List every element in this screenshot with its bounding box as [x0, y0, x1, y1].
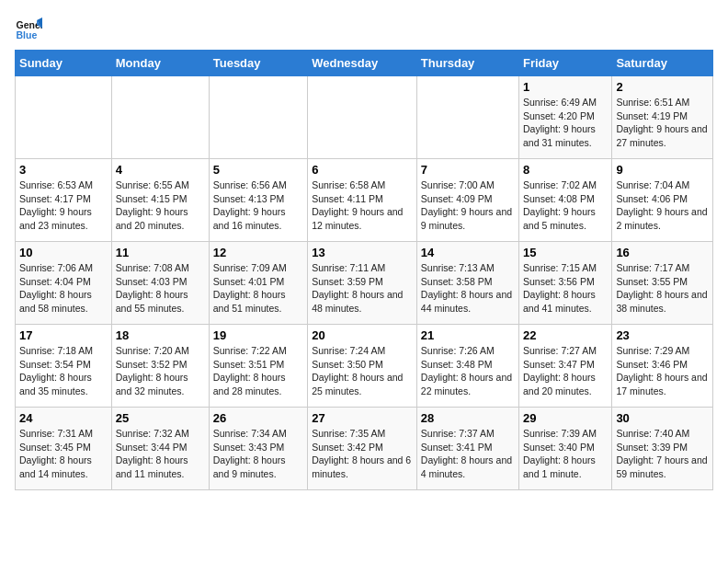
- calendar-cell: 30Sunrise: 7:40 AM Sunset: 3:39 PM Dayli…: [612, 408, 713, 490]
- calendar-cell: 17Sunrise: 7:18 AM Sunset: 3:54 PM Dayli…: [16, 325, 112, 408]
- calendar-week-row: 1Sunrise: 6:49 AM Sunset: 4:20 PM Daylig…: [16, 76, 713, 159]
- day-number: 18: [116, 328, 205, 342]
- calendar-cell: 15Sunrise: 7:15 AM Sunset: 3:56 PM Dayli…: [519, 242, 612, 325]
- calendar-cell: 1Sunrise: 6:49 AM Sunset: 4:20 PM Daylig…: [519, 76, 612, 159]
- calendar-cell: 5Sunrise: 6:56 AM Sunset: 4:13 PM Daylig…: [209, 159, 307, 242]
- day-of-week-header: Monday: [111, 51, 209, 76]
- calendar-week-row: 24Sunrise: 7:31 AM Sunset: 3:45 PM Dayli…: [16, 408, 713, 490]
- calendar-cell: 10Sunrise: 7:06 AM Sunset: 4:04 PM Dayli…: [16, 242, 112, 325]
- calendar-cell: 3Sunrise: 6:53 AM Sunset: 4:17 PM Daylig…: [16, 159, 112, 242]
- day-number: 9: [616, 163, 709, 177]
- day-number: 3: [19, 163, 108, 177]
- calendar-week-row: 3Sunrise: 6:53 AM Sunset: 4:17 PM Daylig…: [16, 159, 713, 242]
- day-info: Sunrise: 7:22 AM Sunset: 3:51 PM Dayligh…: [213, 344, 303, 398]
- day-info: Sunrise: 7:27 AM Sunset: 3:47 PM Dayligh…: [523, 344, 608, 398]
- day-info: Sunrise: 7:26 AM Sunset: 3:48 PM Dayligh…: [421, 344, 515, 398]
- day-number: 6: [312, 163, 413, 177]
- day-number: 14: [421, 246, 515, 259]
- day-info: Sunrise: 7:18 AM Sunset: 3:54 PM Dayligh…: [19, 344, 108, 398]
- day-info: Sunrise: 6:51 AM Sunset: 4:19 PM Dayligh…: [616, 96, 709, 150]
- calendar-cell: [308, 76, 417, 159]
- day-of-week-header: Friday: [519, 51, 612, 76]
- calendar-cell: 18Sunrise: 7:20 AM Sunset: 3:52 PM Dayli…: [111, 325, 209, 408]
- logo-icon: General Blue: [15, 15, 42, 42]
- day-info: Sunrise: 7:31 AM Sunset: 3:45 PM Dayligh…: [19, 427, 108, 481]
- day-info: Sunrise: 7:06 AM Sunset: 4:04 PM Dayligh…: [19, 261, 108, 316]
- day-number: 10: [19, 246, 108, 259]
- day-number: 12: [213, 246, 303, 259]
- day-info: Sunrise: 7:35 AM Sunset: 3:42 PM Dayligh…: [312, 427, 413, 481]
- day-number: 11: [116, 246, 205, 259]
- day-info: Sunrise: 7:40 AM Sunset: 3:39 PM Dayligh…: [616, 427, 709, 481]
- day-number: 29: [523, 411, 608, 425]
- calendar-cell: 13Sunrise: 7:11 AM Sunset: 3:59 PM Dayli…: [308, 242, 417, 325]
- calendar-cell: 6Sunrise: 6:58 AM Sunset: 4:11 PM Daylig…: [308, 159, 417, 242]
- day-number: 5: [213, 163, 303, 177]
- calendar-cell: 14Sunrise: 7:13 AM Sunset: 3:58 PM Dayli…: [416, 242, 518, 325]
- day-of-week-header: Sunday: [16, 51, 112, 76]
- calendar-cell: 11Sunrise: 7:08 AM Sunset: 4:03 PM Dayli…: [111, 242, 209, 325]
- day-of-week-header: Wednesday: [308, 51, 417, 76]
- calendar-cell: 24Sunrise: 7:31 AM Sunset: 3:45 PM Dayli…: [16, 408, 112, 490]
- day-info: Sunrise: 7:32 AM Sunset: 3:44 PM Dayligh…: [116, 427, 205, 481]
- day-info: Sunrise: 7:17 AM Sunset: 3:55 PM Dayligh…: [616, 261, 709, 316]
- header: General Blue: [15, 15, 713, 42]
- day-info: Sunrise: 7:09 AM Sunset: 4:01 PM Dayligh…: [213, 261, 303, 316]
- day-number: 19: [213, 328, 303, 342]
- day-info: Sunrise: 7:37 AM Sunset: 3:41 PM Dayligh…: [421, 427, 515, 481]
- calendar-cell: 4Sunrise: 6:55 AM Sunset: 4:15 PM Daylig…: [111, 159, 209, 242]
- day-number: 7: [421, 163, 515, 177]
- day-info: Sunrise: 7:04 AM Sunset: 4:06 PM Dayligh…: [616, 178, 709, 233]
- calendar-cell: 19Sunrise: 7:22 AM Sunset: 3:51 PM Dayli…: [209, 325, 307, 408]
- calendar-cell: 9Sunrise: 7:04 AM Sunset: 4:06 PM Daylig…: [612, 159, 713, 242]
- day-number: 20: [312, 328, 413, 342]
- day-info: Sunrise: 7:29 AM Sunset: 3:46 PM Dayligh…: [616, 344, 709, 398]
- calendar-cell: 23Sunrise: 7:29 AM Sunset: 3:46 PM Dayli…: [612, 325, 713, 408]
- day-info: Sunrise: 6:56 AM Sunset: 4:13 PM Dayligh…: [213, 178, 303, 233]
- calendar-cell: 29Sunrise: 7:39 AM Sunset: 3:40 PM Dayli…: [519, 408, 612, 490]
- day-number: 24: [19, 411, 108, 425]
- svg-text:Blue: Blue: [17, 29, 38, 40]
- day-number: 17: [19, 328, 108, 342]
- calendar-cell: 28Sunrise: 7:37 AM Sunset: 3:41 PM Dayli…: [416, 408, 518, 490]
- calendar-cell: 21Sunrise: 7:26 AM Sunset: 3:48 PM Dayli…: [416, 325, 518, 408]
- day-number: 26: [213, 411, 303, 425]
- day-number: 28: [421, 411, 515, 425]
- day-of-week-header: Thursday: [416, 51, 518, 76]
- calendar-header-row: SundayMondayTuesdayWednesdayThursdayFrid…: [16, 51, 713, 76]
- day-info: Sunrise: 7:24 AM Sunset: 3:50 PM Dayligh…: [312, 344, 413, 398]
- calendar-cell: 7Sunrise: 7:00 AM Sunset: 4:09 PM Daylig…: [416, 159, 518, 242]
- day-info: Sunrise: 7:20 AM Sunset: 3:52 PM Dayligh…: [116, 344, 205, 398]
- day-number: 8: [523, 163, 608, 177]
- calendar-cell: 27Sunrise: 7:35 AM Sunset: 3:42 PM Dayli…: [308, 408, 417, 490]
- day-number: 23: [616, 328, 709, 342]
- calendar-week-row: 10Sunrise: 7:06 AM Sunset: 4:04 PM Dayli…: [16, 242, 713, 325]
- day-number: 13: [312, 246, 413, 259]
- day-info: Sunrise: 7:13 AM Sunset: 3:58 PM Dayligh…: [421, 261, 515, 316]
- logo: General Blue: [15, 15, 46, 42]
- day-info: Sunrise: 7:00 AM Sunset: 4:09 PM Dayligh…: [421, 178, 515, 233]
- calendar-cell: [111, 76, 209, 159]
- day-number: 22: [523, 328, 608, 342]
- day-number: 25: [116, 411, 205, 425]
- day-number: 16: [616, 246, 709, 259]
- day-number: 27: [312, 411, 413, 425]
- day-number: 30: [616, 411, 709, 425]
- calendar-cell: 25Sunrise: 7:32 AM Sunset: 3:44 PM Dayli…: [111, 408, 209, 490]
- day-of-week-header: Saturday: [612, 51, 713, 76]
- day-info: Sunrise: 7:11 AM Sunset: 3:59 PM Dayligh…: [312, 261, 413, 316]
- calendar-week-row: 17Sunrise: 7:18 AM Sunset: 3:54 PM Dayli…: [16, 325, 713, 408]
- day-info: Sunrise: 6:58 AM Sunset: 4:11 PM Dayligh…: [312, 178, 413, 233]
- day-number: 2: [616, 80, 709, 94]
- calendar-cell: 8Sunrise: 7:02 AM Sunset: 4:08 PM Daylig…: [519, 159, 612, 242]
- day-info: Sunrise: 7:39 AM Sunset: 3:40 PM Dayligh…: [523, 427, 608, 481]
- day-number: 21: [421, 328, 515, 342]
- day-of-week-header: Tuesday: [209, 51, 307, 76]
- day-number: 4: [116, 163, 205, 177]
- calendar-table: SundayMondayTuesdayWednesdayThursdayFrid…: [15, 50, 713, 490]
- day-info: Sunrise: 6:49 AM Sunset: 4:20 PM Dayligh…: [523, 96, 608, 150]
- day-info: Sunrise: 6:53 AM Sunset: 4:17 PM Dayligh…: [19, 178, 108, 233]
- day-info: Sunrise: 7:02 AM Sunset: 4:08 PM Dayligh…: [523, 178, 608, 233]
- day-number: 1: [523, 80, 608, 94]
- calendar-cell: 12Sunrise: 7:09 AM Sunset: 4:01 PM Dayli…: [209, 242, 307, 325]
